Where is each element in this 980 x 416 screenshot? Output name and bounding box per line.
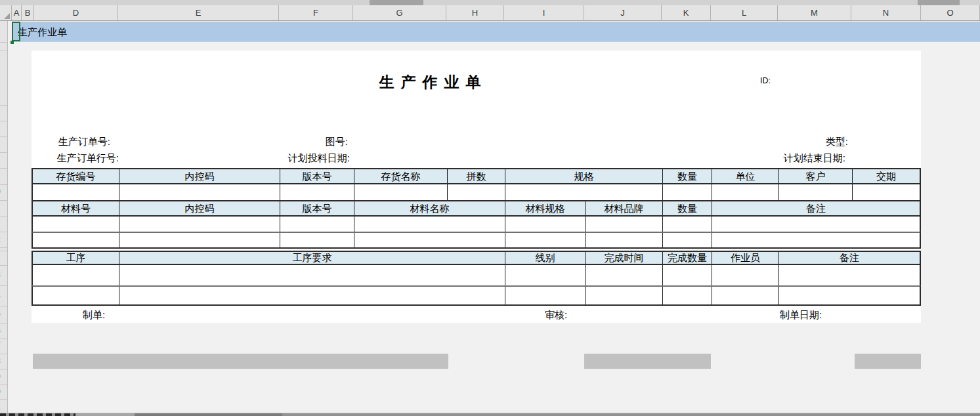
header-cell[interactable]: 工序要求 xyxy=(119,252,505,264)
field-label-order-no[interactable]: 生产订单号: xyxy=(13,134,110,149)
header-cell[interactable]: 备注 xyxy=(712,201,920,215)
row-divider xyxy=(0,354,8,354)
empty-cell[interactable] xyxy=(33,265,119,285)
empty-cell[interactable] xyxy=(119,287,505,304)
empty-cell[interactable] xyxy=(712,233,920,247)
empty-cell[interactable] xyxy=(712,265,779,285)
empty-cell[interactable] xyxy=(33,233,119,247)
header-cell[interactable]: 材料名称 xyxy=(354,201,505,215)
header-cell[interactable]: 数量 xyxy=(663,169,712,183)
form-id-label[interactable]: ID: xyxy=(760,76,771,85)
empty-cell[interactable] xyxy=(712,287,779,304)
header-cell[interactable]: 工序 xyxy=(33,252,119,264)
header-cell[interactable]: 完成数量 xyxy=(663,252,712,264)
row-number-fragment: 4 xyxy=(0,291,5,301)
selection-fill-handle[interactable] xyxy=(11,41,14,44)
select-all-corner[interactable] xyxy=(0,5,12,20)
header-cell[interactable]: 拼数 xyxy=(448,169,505,183)
empty-cell[interactable] xyxy=(33,217,119,232)
footer-make-date-label[interactable]: 制单日期: xyxy=(780,307,822,323)
empty-cell[interactable] xyxy=(779,287,920,304)
empty-cell[interactable] xyxy=(505,287,586,304)
empty-cell[interactable] xyxy=(119,265,505,285)
column-header-h[interactable]: H xyxy=(446,5,504,20)
column-header-g[interactable]: G xyxy=(353,5,446,20)
empty-cell[interactable] xyxy=(33,184,119,200)
field-label-plan-end-date[interactable]: 计划结束日期: xyxy=(747,150,845,165)
header-cell[interactable]: 作业员 xyxy=(712,252,779,264)
header-cell[interactable]: 存货名称 xyxy=(354,169,448,183)
form-title[interactable]: 生产作业单 xyxy=(328,72,538,93)
footer-auditor-label[interactable]: 审核: xyxy=(545,307,567,323)
empty-cell[interactable] xyxy=(853,184,920,200)
column-header-o[interactable]: O xyxy=(921,5,980,20)
empty-cell[interactable] xyxy=(586,217,663,232)
column-header-j[interactable]: J xyxy=(584,5,662,20)
header-cell[interactable]: 备注 xyxy=(779,252,920,264)
column-header-l[interactable]: L xyxy=(711,5,778,20)
empty-cell[interactable] xyxy=(663,184,712,200)
column-header-a[interactable]: A xyxy=(12,5,22,20)
header-cell[interactable]: 单位 xyxy=(712,169,779,183)
column-header-n[interactable]: N xyxy=(851,5,921,20)
empty-cell[interactable] xyxy=(586,287,663,304)
empty-cell[interactable] xyxy=(505,217,586,232)
header-cell[interactable]: 客户 xyxy=(779,169,853,183)
empty-cell[interactable] xyxy=(119,233,280,247)
empty-cell[interactable] xyxy=(663,287,712,304)
header-cell[interactable]: 数量 xyxy=(663,201,712,215)
column-header-d[interactable]: D xyxy=(34,5,118,20)
empty-cell[interactable] xyxy=(663,265,712,285)
field-label-type[interactable]: 类型: xyxy=(750,134,848,149)
field-label-drawing-no[interactable]: 图号: xyxy=(249,134,348,149)
column-header-f[interactable]: F xyxy=(279,5,353,20)
header-cell[interactable]: 版本号 xyxy=(280,201,354,215)
header-cell[interactable]: 交期 xyxy=(853,169,920,183)
empty-cell[interactable] xyxy=(505,265,586,285)
header-cell[interactable]: 材料号 xyxy=(33,201,119,215)
empty-cell[interactable] xyxy=(505,184,663,200)
shade-bar xyxy=(584,354,711,369)
field-label-order-line-no[interactable]: 生产订单行号: xyxy=(20,150,119,165)
row-number-fragment: 6 xyxy=(0,326,5,335)
empty-cell[interactable] xyxy=(712,217,920,232)
cell-a1-text[interactable]: 生产作业单 xyxy=(18,22,67,42)
empty-cell[interactable] xyxy=(586,265,663,285)
empty-cell[interactable] xyxy=(280,233,354,247)
empty-cell[interactable] xyxy=(33,287,119,304)
empty-cell[interactable] xyxy=(354,184,448,200)
header-cell[interactable]: 内控码 xyxy=(119,169,280,183)
empty-cell[interactable] xyxy=(354,233,505,247)
header-cell[interactable]: 材料规格 xyxy=(505,201,586,215)
empty-cell[interactable] xyxy=(663,233,712,247)
header-cell[interactable]: 存货编号 xyxy=(33,169,119,183)
empty-cell[interactable] xyxy=(354,217,505,232)
header-cell[interactable]: 版本号 xyxy=(280,169,354,183)
header-cell[interactable]: 内控码 xyxy=(119,201,280,215)
header-cell[interactable]: 材料品牌 xyxy=(586,201,663,215)
column-header-k[interactable]: K xyxy=(662,5,711,20)
column-header-m[interactable]: M xyxy=(778,5,851,20)
empty-cell[interactable] xyxy=(280,184,354,200)
row-divider xyxy=(0,323,8,323)
header-cell[interactable]: 线别 xyxy=(505,252,586,264)
footer-maker-label[interactable]: 制单: xyxy=(83,307,105,323)
column-header-e[interactable]: E xyxy=(118,5,279,20)
empty-cell[interactable] xyxy=(119,217,280,232)
header-cell[interactable]: 完成时间 xyxy=(586,252,663,264)
field-label-plan-feed-date[interactable]: 计划投料日期: xyxy=(251,150,350,165)
column-header-i[interactable]: I xyxy=(504,5,584,20)
empty-cell[interactable] xyxy=(779,184,853,200)
empty-cell[interactable] xyxy=(663,217,712,232)
empty-cell[interactable] xyxy=(448,184,505,200)
empty-cell[interactable] xyxy=(712,184,779,200)
sheet-row-1[interactable]: 生产作业单 xyxy=(12,22,980,42)
empty-cell[interactable] xyxy=(280,217,354,232)
empty-cell[interactable] xyxy=(586,233,663,247)
empty-cell[interactable] xyxy=(119,184,280,200)
row-header-strip[interactable]: 0 2 3 4 5 6 7 8 9 0 1 xyxy=(0,21,8,416)
column-header-b[interactable]: B xyxy=(22,5,34,20)
header-cell[interactable]: 规格 xyxy=(505,169,663,183)
empty-cell[interactable] xyxy=(779,265,920,285)
empty-cell[interactable] xyxy=(505,233,586,247)
